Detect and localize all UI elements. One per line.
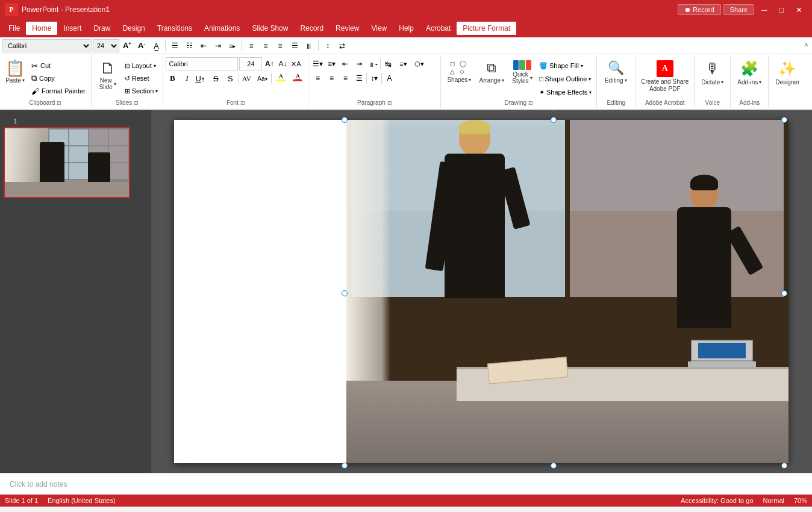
font-spacing-btn[interactable]: AV [240,72,253,85]
increase-font-btn[interactable]: A+ [120,39,134,52]
arrange-button[interactable]: ⧉ Arrange▾ [475,57,508,95]
handle-mr[interactable] [781,290,787,296]
menu-help[interactable]: Help [393,22,420,35]
copy-button[interactable]: ⧉ Copy [28,72,89,84]
slide-thumbnail[interactable] [4,127,130,198]
align-left-btn2[interactable]: ≡ [311,72,324,85]
decrease-indent-btn[interactable]: ⇤ [197,39,210,52]
increase-indent-btn[interactable]: ⇥ [211,39,225,52]
slide-canvas[interactable] [174,120,789,463]
drawing-label[interactable]: Drawing ⊡ [443,98,594,108]
format-painter-button[interactable]: 🖌 Format Painter [28,85,89,97]
line-spacing-btn2[interactable]: ↕▾ [367,72,381,85]
smart-art-btn2[interactable]: ⬡▾ [411,57,427,70]
dec-indent-btn[interactable]: ⇤ [339,57,352,70]
clear-format-btn[interactable]: A̲ [149,39,163,52]
menu-home[interactable]: Home [26,22,57,35]
ribbon-collapse-btn[interactable]: ∧ [804,41,808,48]
center-btn2[interactable]: ≡ [325,72,338,85]
draw-text-box-btn[interactable]: A [383,72,396,85]
share-button[interactable]: Share [723,4,754,15]
align-right-btn2[interactable]: ≡ [339,72,352,85]
new-slide-button[interactable]: 🗋 NewSlide▾ [94,57,122,95]
clipboard-label[interactable]: Clipboard ⊡ [2,98,89,108]
font-case-btn[interactable]: Aa▾ [254,72,270,85]
text-direction-btn[interactable]: ⇄ [336,39,349,52]
numbered-btn[interactable]: ☷ [183,39,196,52]
bold-btn[interactable]: B [166,72,179,85]
menu-animations[interactable]: Animations [198,22,246,35]
text-columns-btn[interactable]: ⫼▾ [366,57,379,70]
handle-bl[interactable] [342,463,348,469]
font-size-select[interactable]: 24 [93,39,119,52]
bullets-list-btn[interactable]: ☰▾ [311,57,324,70]
justify-btn[interactable]: ☰ [288,39,301,52]
handle-ml[interactable] [342,290,348,296]
align-left-btn[interactable]: ≡ [245,39,258,52]
paste-button[interactable]: 📋 Paste▾ [2,57,28,95]
slides-label[interactable]: Slides ⊡ [94,98,161,108]
menu-review[interactable]: Review [329,22,365,35]
menu-view[interactable]: View [365,22,393,35]
cut-button[interactable]: ✂ Cut [28,60,89,72]
handle-br[interactable] [781,463,787,469]
center-btn[interactable]: ≡ [259,39,272,52]
align-text-btn[interactable]: ≡▾ [395,57,411,70]
justify-btn2[interactable]: ☰ [352,72,366,85]
clear-formatting-btn[interactable]: ✕A [290,58,302,70]
columns-btn[interactable]: ⫼ [302,39,316,52]
adobe-button[interactable]: A Create and ShareAdobe PDF [638,57,692,96]
dictate-button[interactable]: 🎙 Dictate▾ [697,57,728,95]
inc-indent-btn[interactable]: ⇥ [352,57,366,70]
shadow-btn[interactable]: S [223,72,237,85]
menu-draw[interactable]: Draw [87,22,116,35]
italic-btn[interactable]: I [180,72,193,85]
maximize-btn[interactable]: □ [774,5,789,14]
editing-button[interactable]: 🔍 Editing▾ [599,57,632,95]
zoom-level[interactable]: 70% [794,497,807,504]
paragraph-label[interactable]: Paragraph ⊡ [311,98,438,108]
font-family-input[interactable] [166,57,238,70]
minimize-btn[interactable]: ─ [757,5,772,14]
menu-file[interactable]: File [2,22,26,35]
line-spacing-btn[interactable]: ↕ [321,39,334,52]
strikethrough-btn[interactable]: S [209,72,222,85]
quick-styles-button[interactable]: QuickStyles▾ [508,57,536,95]
menu-record[interactable]: Record [294,22,329,35]
font-size-input[interactable] [239,57,262,70]
menu-pictureformat[interactable]: Picture Format [457,22,516,35]
font-name-select[interactable]: Calibri [2,39,92,52]
designer-button[interactable]: ✨ Designer [771,57,804,95]
handle-tc[interactable] [551,117,557,123]
increase-font-size-btn[interactable]: A↑ [263,58,275,70]
underline-btn[interactable]: U ▾ [195,72,208,85]
menu-design[interactable]: Design [116,22,151,35]
reset-button[interactable]: ↺ Reset [122,72,161,84]
font-label[interactable]: Font ⊡ [166,98,305,108]
smart-art-btn[interactable]: ≡▸ [226,39,239,52]
font-color-btn[interactable]: A [290,72,305,85]
handle-bc[interactable] [551,463,557,469]
shape-effects-button[interactable]: ✦ Shape Effects ▾ [537,86,594,98]
shape-outline-button[interactable]: □ Shape Outline ▾ [537,73,594,85]
rotation-handle[interactable] [551,110,557,111]
menu-acrobat[interactable]: Acrobat [420,22,457,35]
decrease-font-btn[interactable]: A- [135,39,148,52]
menu-insert[interactable]: Insert [57,22,87,35]
menu-slideshow[interactable]: Slide Show [246,22,294,35]
record-button[interactable]: ⏺ Record [678,4,721,15]
addins-button[interactable]: 🧩 Add-ins▾ [733,57,766,95]
shapes-button[interactable]: ◻◯ △◇ Shapes▾ [443,57,475,95]
numbered-list-btn[interactable]: ≡▾ [325,57,338,70]
layout-button[interactable]: ⊟ Layout ▾ [122,60,161,72]
text-direction-btn2[interactable]: ↹ [381,57,395,70]
close-btn[interactable]: ✕ [791,5,807,14]
handle-tr[interactable] [781,117,787,123]
section-button[interactable]: ⊞ Section ▾ [122,85,161,97]
menu-transitions[interactable]: Transitions [151,22,198,35]
bullets-btn[interactable]: ☰ [168,39,181,52]
align-right-btn[interactable]: ≡ [273,39,287,52]
decrease-font-size-btn[interactable]: A↓ [276,58,289,70]
view-normal[interactable]: Normal [763,497,784,504]
highlight-color-btn[interactable]: A [273,72,289,85]
